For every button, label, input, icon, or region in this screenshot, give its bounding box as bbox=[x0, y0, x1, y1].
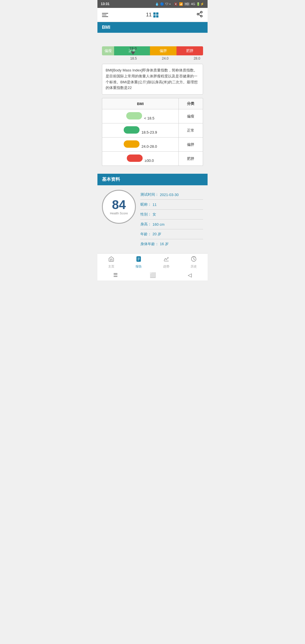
tab-report[interactable]: 报告 bbox=[125, 256, 153, 269]
bmi-section-header: BMI bbox=[97, 22, 208, 33]
signal-mute-icon: 🔇 bbox=[174, 2, 178, 6]
status-bar: 13:31 💧 🔵 🛡 • 🔇 📶 HD 4G 🔋⚡ bbox=[97, 0, 208, 8]
basic-info-header: 基本资料 bbox=[97, 174, 208, 185]
hamburger-line-3 bbox=[102, 16, 108, 17]
nav-title: 11 bbox=[146, 12, 158, 18]
battery-icon: 🔋⚡ bbox=[196, 2, 204, 6]
info-value-height: 160 cm bbox=[152, 222, 165, 227]
bmi-scale-1: 24.0 bbox=[162, 56, 168, 60]
info-field-age: 年龄： 20 岁 bbox=[140, 229, 203, 239]
info-label-age: 年龄： bbox=[140, 232, 151, 237]
health-score-label: Health Score bbox=[110, 212, 128, 215]
basic-info-section: 84 Health Score 测试时间： 2021-03-30 昵称： 11 … bbox=[97, 185, 208, 253]
info-field-nickname: 昵称： 11 bbox=[140, 200, 203, 210]
notification-icon: 💧 bbox=[155, 2, 159, 6]
info-value-age: 20 岁 bbox=[152, 232, 161, 237]
tab-home-label: 主页 bbox=[108, 264, 114, 269]
bmi-description: BMI[Body Mass Index]即身体质量指数，简称体质指数。是目前国际… bbox=[102, 64, 203, 95]
info-value-body-age: 16 岁 bbox=[160, 242, 169, 247]
tab-home[interactable]: 主页 bbox=[97, 256, 125, 269]
share-button[interactable] bbox=[196, 11, 203, 19]
bmi-overweight-segment: 偏胖 bbox=[150, 46, 177, 55]
table-row: 24.0-28.0 偏胖 bbox=[102, 138, 203, 152]
status-icons: 💧 🔵 🛡 • 🔇 📶 HD 4G 🔋⚡ bbox=[155, 2, 204, 6]
health-score-circle: 84 Health Score bbox=[102, 190, 136, 224]
hamburger-line-2 bbox=[102, 15, 106, 15]
info-label-date: 测试时间： bbox=[140, 192, 159, 197]
hd-badge: HD bbox=[184, 2, 190, 6]
bmi-table-cell-cat-3: 偏胖 bbox=[178, 138, 203, 152]
tab-history[interactable]: 历史 bbox=[180, 256, 208, 269]
bmi-scale-0: 18.5 bbox=[130, 56, 137, 60]
info-value-date: 2021-03-30 bbox=[160, 193, 179, 197]
info-label-body-age: 身体年龄： bbox=[140, 242, 159, 247]
table-row: < 18.5 偏瘦 bbox=[102, 109, 203, 123]
hamburger-menu[interactable] bbox=[102, 13, 108, 17]
bmi-pill-overweight bbox=[124, 140, 140, 148]
basic-info-header-text: 基本资料 bbox=[102, 177, 120, 182]
shield-icon: 🛡 bbox=[165, 2, 168, 6]
info-field-gender: 性别： 女 bbox=[140, 210, 203, 219]
bmi-arrow bbox=[131, 51, 135, 55]
top-nav: 11 bbox=[97, 8, 208, 22]
home-icon bbox=[108, 256, 114, 264]
camera-icon: 🔵 bbox=[160, 2, 164, 6]
bmi-scale: 18.5 24.0 28.0 bbox=[102, 56, 203, 60]
bmi-indicator: 19.0 偏瘦 正常 偏胖 肥胖 18.5 24.0 28.0 bbox=[102, 46, 203, 60]
svg-point-1 bbox=[197, 13, 199, 15]
cell-signal-icon: 4G bbox=[191, 2, 195, 6]
bmi-table-cell-range-2: 18.5-23.9 bbox=[102, 123, 179, 138]
bmi-header-text: BMI bbox=[102, 25, 110, 30]
dot-icon: • bbox=[169, 2, 171, 6]
info-label-nickname: 昵称： bbox=[140, 202, 151, 207]
tab-trend[interactable]: 趋势 bbox=[152, 256, 180, 269]
info-field-date: 测试时间： 2021-03-30 bbox=[140, 190, 203, 200]
bmi-table-header-bmi: BMI bbox=[102, 98, 179, 109]
info-label-height: 身高： bbox=[140, 222, 151, 227]
bmi-table-cell-range-4: ≥30.0 bbox=[102, 152, 179, 166]
basic-info-content: 84 Health Score 测试时间： 2021-03-30 昵称： 11 … bbox=[102, 190, 203, 249]
bmi-pill-normal bbox=[124, 126, 140, 134]
bmi-table-cell-range-3: 24.0-28.0 bbox=[102, 138, 179, 152]
bmi-table: BMI 分类 < 18.5 偏瘦 18.5-23.9 正常 bbox=[102, 98, 203, 166]
bmi-table-cell-cat-1: 偏瘦 bbox=[178, 109, 203, 123]
tab-history-label: 历史 bbox=[191, 264, 197, 269]
gesture-menu-icon[interactable]: ☰ bbox=[113, 272, 118, 278]
table-row: ≥30.0 肥胖 bbox=[102, 152, 203, 166]
info-value-gender: 女 bbox=[152, 212, 156, 217]
svg-line-3 bbox=[199, 15, 201, 16]
grid-icon bbox=[153, 12, 158, 18]
svg-point-0 bbox=[201, 11, 202, 13]
bmi-table-cell-range-1: < 18.5 bbox=[102, 109, 179, 123]
tab-bar: 主页 报告 趋势 bbox=[97, 253, 208, 270]
svg-line-4 bbox=[199, 13, 201, 14]
tab-trend-label: 趋势 bbox=[163, 264, 169, 269]
info-field-body-age: 身体年龄： 16 岁 bbox=[140, 239, 203, 249]
gesture-home-icon[interactable]: ⬜ bbox=[150, 272, 156, 278]
info-fields: 测试时间： 2021-03-30 昵称： 11 性别： 女 身高： 160 cm… bbox=[140, 190, 203, 249]
bmi-lean-segment: 偏瘦 bbox=[102, 46, 114, 55]
health-score-number: 84 bbox=[112, 199, 126, 211]
svg-point-2 bbox=[201, 15, 202, 17]
tab-report-label: 报告 bbox=[136, 264, 142, 269]
bmi-table-header-category: 分类 bbox=[178, 98, 203, 109]
hamburger-line-1 bbox=[102, 13, 108, 14]
table-row: 18.5-23.9 正常 bbox=[102, 123, 203, 138]
info-value-nickname: 11 bbox=[152, 203, 156, 207]
bmi-pill-lean bbox=[126, 112, 142, 119]
section-spacer bbox=[97, 170, 208, 174]
bmi-section: 19.0 偏瘦 正常 偏胖 肥胖 18.5 24.0 28.0 BMI[Body… bbox=[97, 33, 208, 170]
bmi-table-cell-cat-4: 肥胖 bbox=[178, 152, 203, 166]
gesture-back-icon[interactable]: ◁ bbox=[188, 272, 192, 278]
nav-title-text: 11 bbox=[146, 12, 152, 18]
bmi-bar: 偏瘦 正常 偏胖 肥胖 bbox=[102, 46, 203, 55]
bmi-current-value: 19.0 bbox=[129, 46, 136, 51]
info-field-height: 身高： 160 cm bbox=[140, 219, 203, 229]
trend-icon bbox=[163, 256, 169, 264]
bmi-pill-obese bbox=[127, 155, 143, 162]
info-label-gender: 性别： bbox=[140, 212, 151, 217]
bmi-table-cell-cat-2: 正常 bbox=[178, 123, 203, 138]
status-time: 13:31 bbox=[101, 2, 110, 6]
gesture-bar: ☰ ⬜ ◁ bbox=[97, 270, 208, 280]
bmi-obese-segment: 肥胖 bbox=[177, 46, 203, 55]
